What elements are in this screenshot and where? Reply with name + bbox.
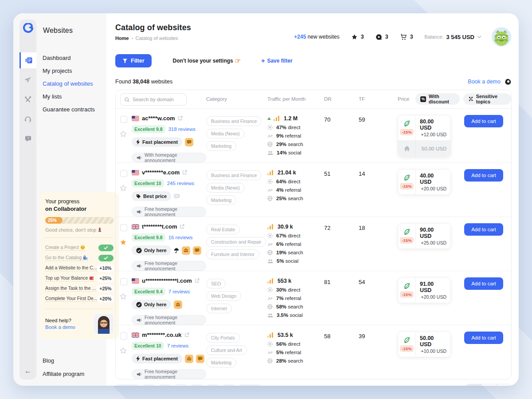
category-pill[interactable]: Marketing [206,195,236,205]
domain-link[interactable]: ac****w.com [142,115,175,122]
pagination-page-3[interactable]: 3 [174,384,188,386]
category-pill[interactable]: Business and Finance [206,170,262,180]
collapse-sidebar-arrow-icon[interactable]: ← [24,367,31,375]
leaf-icon [403,174,410,181]
add-to-cart-button[interactable]: Add to cart [464,277,503,290]
save-filter-button[interactable]: + Save filter [261,57,293,64]
row-checkbox[interactable] [120,278,127,285]
sidebar: ? ← Websites DashboardMy projectsCatalog… [13,13,106,386]
category-pill[interactable]: Web Design [206,291,241,301]
new-websites-indicator[interactable]: +245 new websites [294,34,339,40]
price-extra: +10.00 USD [421,348,447,354]
page-size-option[interactable]: 50 [481,384,496,386]
domain-link[interactable]: t********t.com [142,223,177,230]
domain-link[interactable]: m********.co.uk [142,332,182,338]
category-pill[interactable]: SEO [206,279,226,288]
category-pill[interactable]: Media (News) [206,129,245,138]
briefcase-badge-icon [185,355,193,363]
filter-pill-sensitive-topics[interactable]: Sensitive topics [463,93,511,105]
progress-task[interactable]: Go to the Catalog [45,253,113,263]
favorite-star-icon[interactable] [119,130,127,140]
progress-task[interactable]: Add a Website to the C...+10% [45,263,113,273]
row-checkbox[interactable] [120,116,127,123]
add-to-cart-button[interactable]: Add to cart [464,332,503,344]
breadcrumb-home[interactable]: Home [115,36,129,41]
row-checkbox[interactable] [120,170,127,177]
favorite-star-icon[interactable] [119,184,127,194]
category-pill[interactable]: Media (News) [206,183,245,193]
progress-task[interactable]: Top up Your Balance+25% [45,273,113,284]
add-to-cart-button[interactable]: Add to cart [464,223,503,236]
pagination-page-4[interactable]: 4 [190,384,203,386]
page-size-option[interactable]: 10 [466,384,481,386]
search-input[interactable] [133,97,183,102]
rail-item-tools[interactable] [20,91,36,107]
reviews-link[interactable]: 7 reviews [168,289,190,294]
megaphone-icon [137,372,142,377]
category-pill[interactable]: Internet [206,304,232,313]
rail-item-dashboard-doc[interactable] [20,52,36,68]
collaborator-logo[interactable] [20,20,36,36]
gear-icon[interactable] [505,78,512,85]
chevron-down-icon [477,36,481,38]
dr-value: 58 [324,332,359,379]
pagination-next-button[interactable]: Next [238,384,262,386]
reviews-link[interactable]: 245 reviews [167,181,194,186]
category-pill[interactable]: Furniture and Interior [206,249,259,259]
filter-pill-with-discount[interactable]: %With discount [415,93,460,105]
pagination-back-button[interactable]: Back [115,384,140,386]
reviews-link[interactable]: 318 reviews [168,126,196,132]
favorite-star-icon[interactable] [119,347,127,356]
pagination-ellipsis[interactable]: ... [222,384,235,386]
book-demo-link[interactable]: Book a demo [45,324,75,330]
favorite-star-icon[interactable] [119,292,127,302]
category-pill[interactable]: Culture and Art [206,345,247,355]
category-pill[interactable]: Marketing [206,141,236,151]
traffic-stat-direct: 30% direct [267,287,324,292]
pagination-page-5[interactable]: 5 [206,384,219,386]
rail-item-headset[interactable] [20,111,36,127]
category-pill[interactable]: Real Estate [206,225,240,234]
book-demo-link[interactable]: Book a demo [468,79,501,85]
category-pill[interactable]: Marketing [206,358,236,367]
filter-button[interactable]: Filter [115,54,152,67]
pagination-page-2[interactable]: 2 [158,384,172,386]
counter-star[interactable]: 3 [351,33,364,40]
check-circle-icon [136,302,142,308]
pagination-page-1[interactable]: 1 [142,384,156,386]
rail-item-paper-plane[interactable] [20,72,36,88]
domain-link[interactable]: u**************l.com [142,277,192,284]
category-pill[interactable]: Business and Finance [206,116,262,126]
reviews-link[interactable]: 7 reviews [167,343,189,348]
counter-reviews[interactable]: 3 [376,33,388,40]
user-avatar-monster[interactable] [491,27,512,47]
settings-hint: Don't lose your settings ☞ [173,57,241,65]
category-pill[interactable]: City Portals [206,333,240,343]
progress-task[interactable]: Create a Project [45,243,113,253]
dr-value: 72 [324,223,359,271]
tools-icon [24,96,31,103]
discount-badge: -15% [400,237,413,244]
filter-toolbar: Filter Don't lose your settings ☞ + Save… [115,54,512,67]
progress-task[interactable]: Complete Your First De...+20% [45,294,113,304]
price-column: -15% 90.00 USD +25.00 USD [398,223,464,271]
row-checkbox[interactable] [120,224,127,231]
row-checkbox[interactable] [120,332,127,340]
domain-link[interactable]: v********e.com [142,169,180,176]
search-globe-icon [267,250,273,255]
balance-dropdown[interactable]: Balance: 3 545 USD [425,34,481,40]
add-to-cart-button[interactable]: Add to cart [464,115,503,127]
traffic-column: 553 k 30% direct7% referral58% search3.5… [267,277,324,325]
category-pill[interactable]: Construction and Repair [206,237,266,247]
pagination-bar: Back12345...NextFilter by:105050 [115,384,512,386]
leaf-icon [403,283,410,289]
rail-item-help-chat[interactable]: ? [20,130,36,146]
reviews-link[interactable]: 16 reviews [168,235,193,240]
counter-cart[interactable]: 3 [400,33,413,40]
add-to-cart-button[interactable]: Add to cart [464,169,503,182]
progress-task[interactable]: Assign the Task to the ...+25% [45,284,113,294]
favorite-star-icon[interactable] [119,238,127,248]
search-by-domain [120,93,187,106]
direct-icon [267,341,273,347]
page-size-option[interactable]: 50 [496,384,511,386]
